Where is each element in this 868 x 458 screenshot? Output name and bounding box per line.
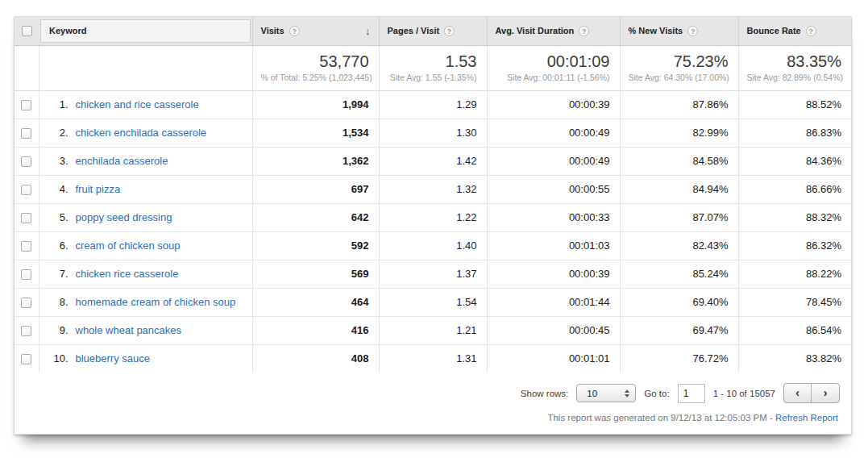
bounce-rate-cell: 88.52% [738, 90, 851, 119]
avg-visit-duration-cell: 00:00:33 [487, 203, 620, 231]
show-rows-select[interactable]: 10 [576, 384, 636, 402]
previous-page-button[interactable]: ‹ [784, 384, 812, 402]
row-checkbox[interactable] [21, 128, 31, 139]
pct-new-visits-cell: 82.43% [620, 231, 738, 260]
row-checkbox[interactable] [21, 156, 31, 167]
table-row: 5.poppy seed dressing 642 1.22 00:00:33 … [15, 203, 851, 231]
next-page-button[interactable]: › [812, 384, 839, 402]
keywords-report-panel: Keyword Visits ? ↓ Pages / Visit ? [14, 16, 852, 435]
row-rank: 2. [48, 127, 69, 139]
column-header-bounce-rate[interactable]: Bounce Rate ? [738, 17, 851, 45]
table-row: 3.enchilada casserole 1,362 1.42 00:00:4… [15, 147, 851, 175]
keyword-link[interactable]: chicken and rice casserole [76, 98, 199, 110]
pagination-range: 1 - 10 of 15057 [713, 389, 775, 398]
summary-new-visits-subtext: Site Avg: 64.30% (17.00%) [629, 73, 729, 82]
column-header-pages-per-visit[interactable]: Pages / Visit ? [379, 17, 487, 45]
row-checkbox[interactable] [21, 326, 31, 336]
table-row: 7.chicken rice casserole 569 1.37 00:00:… [15, 260, 851, 288]
visits-cell: 1,534 [252, 119, 379, 147]
keyword-link[interactable]: enchilada casserole [76, 155, 168, 167]
select-all-checkbox[interactable] [22, 26, 32, 36]
refresh-report-link[interactable]: Refresh Report [775, 413, 838, 423]
summary-duration-subtext: Site Avg: 00:01:11 (-1.56%) [496, 73, 610, 82]
summary-pages-subtext: Site Avg: 1.55 (-1.35%) [388, 73, 477, 82]
goto-page-input[interactable] [678, 384, 705, 403]
keyword-link[interactable]: whole wheat pancakes [76, 324, 182, 336]
pct-new-visits-cell: 84.94% [620, 175, 738, 203]
summary-bounce-subtext: Site Avg: 82.89% (0.54%) [747, 73, 842, 82]
visits-cell: 416 [252, 316, 379, 344]
visits-cell: 697 [252, 175, 379, 203]
select-stepper-icon [625, 389, 629, 398]
summary-pages-value: 1.53 [388, 52, 477, 70]
pages-per-visit-cell: 1.30 [379, 119, 487, 147]
avg-visit-duration-cell: 00:00:39 [487, 90, 620, 119]
pct-new-visits-cell: 76.72% [620, 344, 738, 373]
help-icon[interactable]: ? [444, 26, 455, 36]
bounce-rate-cell: 88.22% [738, 260, 851, 288]
visits-cell: 642 [252, 203, 379, 231]
keyword-link[interactable]: poppy seed dressing [76, 211, 172, 223]
pct-new-visits-cell: 84.58% [620, 147, 738, 175]
table-row: 9.whole wheat pancakes 416 1.21 00:00:45… [15, 316, 851, 344]
bounce-rate-cell: 84.36% [738, 147, 851, 175]
help-icon[interactable]: ? [687, 26, 698, 36]
page: Keyword Visits ? ↓ Pages / Visit ? [0, 0, 868, 458]
avg-visit-duration-cell: 00:00:45 [487, 316, 620, 344]
column-label-bounce-rate: Bounce Rate [747, 26, 801, 35]
keyword-link[interactable]: blueberry sauce [76, 352, 151, 364]
show-rows-label: Show rows: [521, 389, 568, 398]
summary-pages-cell: 1.53 Site Avg: 1.55 (-1.35%) [379, 45, 487, 90]
visits-cell: 464 [252, 288, 379, 316]
row-checkbox[interactable] [21, 269, 31, 280]
pages-per-visit-cell: 1.22 [379, 203, 487, 231]
help-icon[interactable]: ? [806, 26, 816, 36]
avg-visit-duration-cell: 00:01:44 [487, 288, 620, 316]
summary-empty-cell [15, 45, 39, 90]
keyword-link[interactable]: homemade cream of chicken soup [76, 296, 236, 308]
column-label-keyword: Keyword [49, 26, 86, 35]
row-rank: 3. [48, 155, 69, 167]
bounce-rate-cell: 78.45% [738, 288, 851, 316]
sort-descending-icon: ↓ [365, 25, 371, 37]
column-header-pct-new-visits[interactable]: % New Visits ? [620, 17, 738, 45]
column-header-avg-visit-duration[interactable]: Avg. Visit Duration ? [487, 17, 620, 45]
row-checkbox[interactable] [21, 185, 31, 195]
column-label-avg-visit-duration: Avg. Visit Duration [496, 26, 575, 35]
row-checkbox[interactable] [21, 213, 31, 223]
summary-empty-cell [39, 45, 252, 90]
pages-per-visit-cell: 1.21 [379, 316, 487, 344]
row-checkbox[interactable] [21, 298, 31, 308]
summary-bounce-value: 83.35% [747, 52, 842, 70]
goto-label: Go to: [644, 389, 669, 398]
pct-new-visits-cell: 85.24% [620, 260, 738, 288]
bounce-rate-cell: 86.83% [738, 119, 851, 147]
row-checkbox[interactable] [21, 354, 31, 364]
table-row: 6.cream of chicken soup 592 1.40 00:01:0… [15, 231, 851, 260]
table-row: 2.chicken enchilada casserole 1,534 1.30… [15, 119, 851, 147]
row-checkbox[interactable] [21, 100, 31, 110]
column-label-pct-new-visits: % New Visits [629, 26, 683, 35]
row-rank: 7. [48, 268, 69, 280]
primary-dimension-box[interactable]: Keyword [40, 19, 251, 43]
bounce-rate-cell: 83.82% [738, 344, 851, 373]
column-header-keyword[interactable]: Keyword [39, 17, 252, 45]
keyword-link[interactable]: chicken enchilada casserole [76, 127, 207, 139]
help-icon[interactable]: ? [579, 26, 589, 36]
row-rank: 10. [48, 352, 69, 364]
summary-visits-cell: 53,770 % of Total: 5.25% (1,023,445) [252, 45, 379, 90]
help-icon[interactable]: ? [289, 26, 300, 36]
column-header-visits[interactable]: Visits ? ↓ [252, 17, 379, 45]
row-rank: 1. [48, 98, 69, 110]
keyword-link[interactable]: chicken rice casserole [76, 268, 179, 280]
summary-row: 53,770 % of Total: 5.25% (1,023,445) 1.5… [15, 45, 851, 90]
row-rank: 5. [48, 211, 69, 223]
visits-cell: 569 [252, 260, 379, 288]
keyword-link[interactable]: cream of chicken soup [76, 239, 181, 252]
pagination-bar: Show rows: 10 Go to: 1 - 10 of 15057 ‹ › [15, 373, 851, 406]
pages-per-visit-cell: 1.29 [379, 90, 487, 119]
keyword-link[interactable]: fruit pizza [76, 183, 121, 195]
show-rows-value: 10 [587, 389, 597, 398]
table-row: 8.homemade cream of chicken soup 464 1.5… [15, 288, 851, 316]
row-checkbox[interactable] [21, 241, 31, 252]
